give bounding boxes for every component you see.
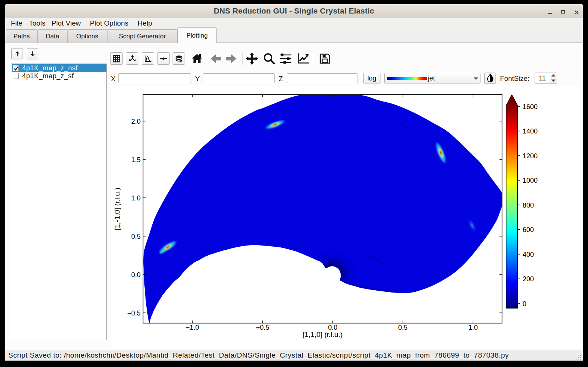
svg-text:1400: 1400	[523, 127, 538, 135]
svg-text:600: 600	[523, 226, 534, 234]
svg-text:−1.0: −1.0	[186, 324, 199, 331]
svg-text:1.5: 1.5	[131, 156, 141, 164]
svg-text:−0.5: −0.5	[127, 309, 141, 317]
svg-text:1200: 1200	[523, 152, 538, 160]
svg-text:400: 400	[523, 251, 534, 258]
svg-text:200: 200	[523, 275, 534, 283]
svg-text:0.5: 0.5	[398, 324, 408, 331]
svg-text:1.0: 1.0	[468, 324, 478, 331]
svg-text:0.0: 0.0	[328, 324, 337, 331]
svg-text:2.0: 2.0	[131, 118, 141, 125]
svg-text:0: 0	[523, 300, 526, 308]
svg-text:[1,1,0] (r.l.u.): [1,1,0] (r.l.u.)	[303, 331, 343, 338]
svg-text:1.0: 1.0	[131, 194, 141, 202]
svg-text:−0.5: −0.5	[256, 324, 270, 331]
svg-text:[1,-1,0] (r.l.u.): [1,-1,0] (r.l.u.)	[113, 188, 121, 230]
svg-text:1000: 1000	[523, 177, 538, 184]
svg-text:0.0: 0.0	[131, 271, 141, 279]
svg-text:0.5: 0.5	[131, 233, 141, 240]
svg-text:800: 800	[523, 202, 534, 209]
svg-text:1600: 1600	[523, 103, 538, 111]
